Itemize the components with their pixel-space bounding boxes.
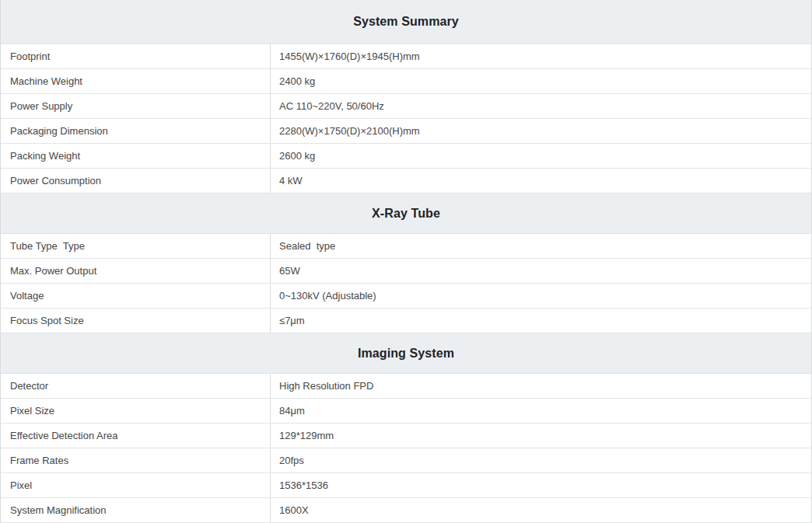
section-title: Imaging System bbox=[358, 347, 454, 361]
spec-value: 2400 kg bbox=[271, 69, 811, 93]
spec-label: System Magnification bbox=[1, 498, 271, 522]
spec-row: Packing Weight2600 kg bbox=[1, 144, 811, 169]
specification-table: System SummaryFootprint1455(W)×1760(D)×1… bbox=[0, 0, 812, 523]
spec-row: System Magnification1600X bbox=[1, 498, 811, 523]
section-header: System Summary bbox=[1, 0, 811, 44]
spec-value: Sealed type bbox=[271, 234, 811, 258]
spec-value: 2600 kg bbox=[271, 144, 811, 168]
spec-row: Focus Spot Size≤7μm bbox=[1, 309, 811, 333]
spec-label: Max. Power Output bbox=[1, 259, 271, 283]
spec-row: Power Consumption4 kW bbox=[1, 169, 811, 194]
spec-label: Pixel bbox=[1, 473, 271, 497]
spec-value: 0~130kV (Adjustable) bbox=[271, 284, 811, 308]
spec-value: 84μm bbox=[271, 399, 811, 423]
spec-row: Pixel Size84μm bbox=[1, 399, 811, 424]
section-header: X-Ray Tube bbox=[1, 194, 811, 234]
spec-label: Effective Detection Area bbox=[1, 424, 271, 448]
spec-label: Focus Spot Size bbox=[1, 309, 271, 333]
spec-row: Tube Type TypeSealed type bbox=[1, 234, 811, 259]
spec-row: Footprint1455(W)×1760(D)×1945(H)mm bbox=[1, 44, 811, 69]
spec-row: Frame Rates20fps bbox=[1, 448, 811, 473]
spec-value: 1536*1536 bbox=[271, 473, 811, 497]
spec-row: Machine Weight2400 kg bbox=[1, 69, 811, 94]
spec-label: Machine Weight bbox=[1, 69, 271, 93]
spec-label: Packing Weight bbox=[1, 144, 271, 168]
spec-value: 1455(W)×1760(D)×1945(H)mm bbox=[271, 44, 811, 68]
spec-label: Voltage bbox=[1, 284, 271, 308]
spec-value: 1600X bbox=[271, 498, 811, 522]
spec-value: High Resolution FPD bbox=[271, 374, 811, 398]
spec-row: Power SupplyAC 110~220V, 50/60Hz bbox=[1, 94, 811, 119]
section-title: System Summary bbox=[353, 15, 459, 29]
spec-value: 20fps bbox=[271, 448, 811, 472]
spec-value: 129*129mm bbox=[271, 424, 811, 448]
spec-value: ≤7μm bbox=[271, 309, 811, 333]
spec-label: Packaging Dimension bbox=[1, 119, 271, 143]
spec-row: Pixel1536*1536 bbox=[1, 473, 811, 498]
spec-label: Pixel Size bbox=[1, 399, 271, 423]
spec-label: Power Consumption bbox=[1, 169, 271, 193]
spec-value: 4 kW bbox=[271, 169, 811, 193]
spec-row: DetectorHigh Resolution FPD bbox=[1, 374, 811, 399]
spec-row: Max. Power Output65W bbox=[1, 259, 811, 284]
spec-row: Voltage0~130kV (Adjustable) bbox=[1, 284, 811, 309]
spec-label: Power Supply bbox=[1, 94, 271, 118]
spec-value: 2280(W)×1750(D)×2100(H)mm bbox=[271, 119, 811, 143]
section-title: X-Ray Tube bbox=[372, 207, 440, 221]
section-header: Imaging System bbox=[1, 333, 811, 374]
spec-label: Footprint bbox=[1, 44, 271, 68]
spec-label: Frame Rates bbox=[1, 448, 271, 472]
spec-label: Tube Type Type bbox=[1, 234, 271, 258]
spec-label: Detector bbox=[1, 374, 271, 398]
spec-row: Effective Detection Area129*129mm bbox=[1, 424, 811, 448]
spec-row: Packaging Dimension2280(W)×1750(D)×2100(… bbox=[1, 119, 811, 144]
spec-value: AC 110~220V, 50/60Hz bbox=[271, 94, 811, 118]
spec-value: 65W bbox=[271, 259, 811, 283]
